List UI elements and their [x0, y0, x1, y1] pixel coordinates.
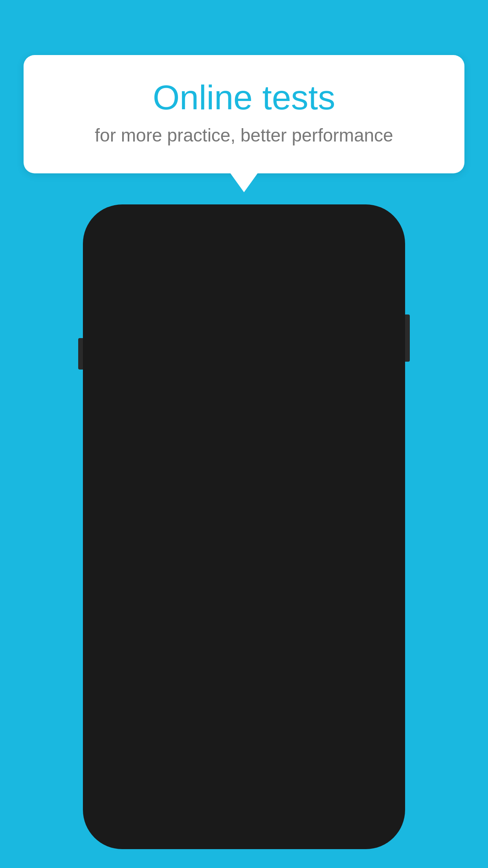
- test-item-2-content: Newton's Second law(contd)-Newton's Thir…: [101, 495, 312, 561]
- tab-tests[interactable]: TESTS: [258, 307, 327, 342]
- svg-rect-2: [353, 250, 356, 255]
- phone-camera: [238, 233, 250, 244]
- test-item-2-date-value: Jul 06, 10:45 AM: [147, 548, 229, 561]
- svg-rect-7: [378, 249, 380, 251]
- speech-bubble: Online tests for more practice, better p…: [24, 55, 464, 173]
- screen-content: MENTS ANNOUNCEMENTS TESTS VIDEOS 🔍 ONGOI…: [92, 307, 396, 838]
- phone-container: 14:29: [83, 204, 405, 849]
- test-item-3-title: Conservation of momentum-Equilibrium: [101, 582, 312, 616]
- tabs-container: MENTS ANNOUNCEMENTS TESTS VIDEOS: [92, 307, 396, 343]
- test-item-2-title: Newton's Second law(contd)-Newton's Thir…: [101, 495, 312, 529]
- test-item-1-content: Reshuffling test by Anurag Starts at Jul…: [101, 425, 317, 474]
- app-bar: ← Learning Light: [92, 264, 396, 307]
- test-item-1-author: by Anurag: [101, 446, 317, 459]
- test-item-1-date-label: Starts at: [101, 461, 142, 473]
- battery-icon: [367, 246, 381, 254]
- ongoing-section-header: ONGOING (3): [92, 388, 396, 414]
- search-input[interactable]: [134, 358, 377, 373]
- test-item-1-title: Reshuffling test: [101, 425, 317, 442]
- test-item-2-date: Ends at Jul 06, 10:45 AM: [101, 548, 312, 561]
- completed-section-header: COMPLETED (1): [92, 658, 396, 684]
- test-item-2-badge: Online Test: [318, 497, 387, 519]
- search-container: 🔍: [92, 343, 396, 388]
- svg-point-0: [338, 253, 340, 255]
- speech-bubble-title: Online tests: [55, 79, 433, 117]
- status-icons: [332, 245, 381, 255]
- back-button[interactable]: ←: [103, 275, 122, 297]
- test-item-1[interactable]: Reshuffling test by Anurag Starts at Jul…: [92, 414, 396, 484]
- phone-button-left: [78, 338, 83, 370]
- svg-rect-6: [368, 248, 375, 252]
- test-list: Reshuffling test by Anurag Starts at Jul…: [92, 414, 396, 658]
- test-item-3-author: by Anurag: [101, 620, 312, 633]
- svg-rect-4: [360, 245, 362, 255]
- test-item-1-badge: Class Test: [323, 427, 387, 449]
- search-icon: 🔍: [111, 357, 127, 373]
- test-item-3-date-value: Jun 10, 06:00 PM: [147, 635, 233, 647]
- status-time: 14:29: [107, 244, 135, 256]
- svg-rect-3: [356, 247, 359, 255]
- speech-bubble-container: Online tests for more practice, better p…: [24, 55, 464, 173]
- phone-button-right: [405, 314, 410, 362]
- test-item-3-content: Conservation of momentum-Equilibrium by …: [101, 582, 312, 648]
- tab-ments[interactable]: MENTS: [92, 307, 161, 342]
- app-bar-title: Learning Light: [132, 275, 251, 297]
- search-input-wrapper: 🔍: [101, 351, 387, 380]
- tab-videos[interactable]: VIDEOS: [327, 307, 396, 342]
- test-item-3-date: Ends at Jun 10, 06:00 PM: [101, 635, 312, 648]
- signal-icon: [350, 245, 362, 255]
- speech-bubble-subtitle: for more practice, better performance: [55, 125, 433, 146]
- test-item-2-date-label: Ends at: [101, 548, 138, 561]
- test-item-3-date-label: Ends at: [101, 635, 138, 647]
- test-item-2[interactable]: Newton's Second law(contd)-Newton's Thir…: [92, 484, 396, 570]
- test-item-1-date: Starts at Jul 05, 05:45 PM: [101, 461, 317, 474]
- phone-screen: 14:29: [92, 215, 396, 838]
- svg-rect-1: [350, 252, 352, 255]
- test-item-3-badge: Online Test: [318, 584, 387, 607]
- wifi-icon: [332, 245, 345, 255]
- tab-announcements[interactable]: ANNOUNCEMENTS: [161, 307, 258, 342]
- test-item-3[interactable]: Conservation of momentum-Equilibrium by …: [92, 571, 396, 658]
- test-item-1-date-value: Jul 05, 05:45 PM: [151, 461, 234, 473]
- test-item-2-author: by Anurag: [101, 533, 312, 546]
